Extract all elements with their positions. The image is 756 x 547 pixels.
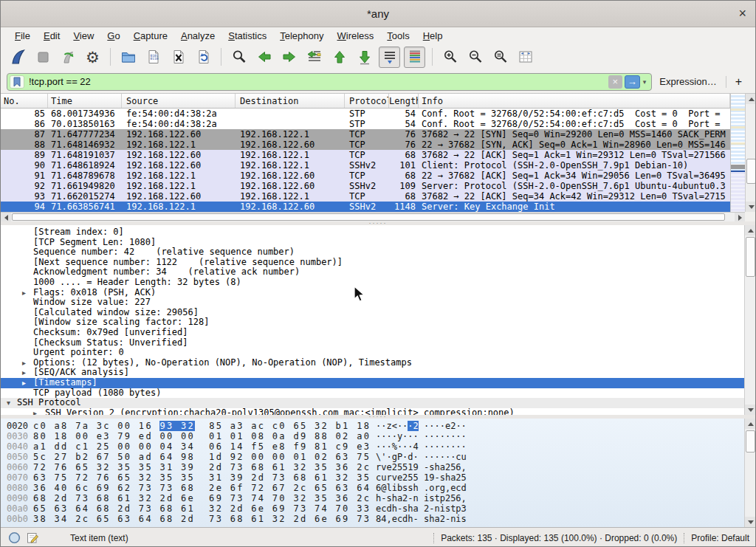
column-header-time[interactable]: Time: [48, 94, 122, 108]
filter-dropdown-icon[interactable]: ▾: [640, 78, 650, 86]
expanded-icon[interactable]: ▾: [7, 398, 10, 408]
packet-row-85[interactable]: 8568.001734936fe:54:00:d4:38:2aSTP54Conf…: [1, 109, 730, 119]
menu-tools[interactable]: Tools: [380, 29, 416, 43]
save-file-icon[interactable]: 01010110: [142, 47, 164, 68]
hex-row[interactable]: 008036 40 6c 69 62 73 73 68 2e 6f 72 67 …: [1, 483, 744, 493]
stop-capture-icon[interactable]: [32, 47, 53, 68]
ascii-text[interactable]: curve255 19-sha25: [376, 472, 467, 483]
open-file-icon[interactable]: [117, 47, 139, 68]
ascii-text[interactable]: ···%···4 ········: [376, 441, 467, 452]
menu-go[interactable]: Go: [100, 29, 126, 43]
menu-help[interactable]: Help: [416, 29, 450, 43]
packet-row-91[interactable]: 9171.648789678192.168.122.1192.168.122.6…: [1, 171, 730, 181]
column-header-source[interactable]: Source: [122, 94, 236, 108]
ascii-text[interactable]: \'·gP·d· ······cu: [376, 452, 467, 462]
zoom-reset-icon[interactable]: [489, 47, 511, 68]
packet-row-86[interactable]: 8670.013850163fe:54:00:d4:38:2aSTP54Conf…: [1, 119, 730, 129]
detail-line[interactable]: Acknowledgment number: 34 (relative ack …: [1, 267, 744, 278]
packet-list-minimap[interactable]: [730, 94, 745, 212]
detail-line[interactable]: [Checksum Status: Unverified]: [1, 338, 744, 348]
find-packet-icon[interactable]: [228, 47, 250, 68]
hex-row[interactable]: 00505c 27 b2 67 50 ad 64 98 1d 92 00 00 …: [1, 452, 744, 462]
menu-capture[interactable]: Capture: [127, 29, 174, 43]
hex-bytes[interactable]: a1 dd c1 25 00 00 04 34 06 14 f5 e8 f9 8…: [33, 441, 371, 452]
menu-file[interactable]: File: [8, 29, 37, 43]
reload-file-icon[interactable]: [193, 47, 214, 68]
resize-columns-icon[interactable]: [515, 47, 536, 68]
hex-row[interactable]: 00b038 34 2c 65 63 64 68 2d 73 68 61 32 …: [1, 514, 744, 524]
auto-scroll-icon[interactable]: [379, 47, 400, 68]
menu-analyze[interactable]: Analyze: [174, 29, 221, 43]
go-first-icon[interactable]: [329, 47, 350, 68]
close-window-icon[interactable]: ×: [738, 5, 746, 21]
column-header-info[interactable]: Info: [419, 94, 730, 108]
scroll-up-icon[interactable]: [746, 94, 756, 104]
go-back-icon[interactable]: [253, 47, 275, 68]
packet-row-89[interactable]: 8971.648191037192.168.122.60192.168.122.…: [1, 150, 730, 160]
detail-line[interactable]: ▸Flags: 0x018 (PSH, ACK): [1, 288, 744, 298]
column-header-protocol[interactable]: Protocol: [345, 94, 389, 108]
detail-line[interactable]: Sequence number: 42 (relative sequence n…: [1, 247, 744, 258]
hex-bytes[interactable]: 36 40 6c 69 62 73 73 68 2e 6f 72 67 2c 6…: [33, 483, 371, 493]
packet-row-92[interactable]: 9271.661949820192.168.122.1192.168.122.6…: [1, 181, 730, 191]
display-filter-input[interactable]: !tcp.port == 22 × → ▾: [7, 73, 652, 91]
ascii-text[interactable]: 6@libssh .org,ecd: [376, 483, 467, 493]
scrollbar-thumb[interactable]: [746, 159, 756, 184]
hex-row[interactable]: 0020c0 a8 7a 3c 00 16 93 32 85 a3 ac c0 …: [1, 421, 744, 431]
profile-label[interactable]: Profile: Default: [691, 533, 749, 543]
packet-row-93[interactable]: 9371.662015274192.168.122.60192.168.122.…: [1, 191, 730, 202]
collapsed-icon[interactable]: ▸: [22, 378, 26, 388]
title-bar[interactable]: *any ×: [1, 1, 755, 27]
detail-line[interactable]: 1000 .... = Header Length: 32 bytes (8): [1, 278, 744, 288]
detail-line[interactable]: [Window size scaling factor: 128]: [1, 317, 744, 328]
scroll-down-icon[interactable]: [746, 202, 756, 212]
detail-line[interactable]: TCP payload (1080 bytes): [1, 388, 744, 399]
scrollbar-thumb[interactable]: [746, 237, 755, 277]
colorize-icon[interactable]: [404, 47, 425, 68]
hex-bytes[interactable]: 80 18 00 e3 79 ed 00 00 01 01 08 0a d9 8…: [33, 431, 371, 441]
capture-comment-icon[interactable]: [27, 531, 39, 544]
hex-bytes[interactable]: c0 a8 7a 3c 00 16 93 32 85 a3 ac c0 65 3…: [33, 421, 371, 431]
filter-apply-icon[interactable]: →: [625, 75, 640, 89]
scroll-down-icon[interactable]: [745, 517, 756, 527]
filter-clear-icon[interactable]: ×: [608, 75, 622, 89]
ascii-text[interactable]: rve25519 -sha256,: [376, 462, 467, 472]
collapsed-icon[interactable]: ▸: [22, 288, 26, 298]
hex-bytes[interactable]: 63 75 72 76 65 32 35 35 31 39 2d 73 68 6…: [33, 472, 371, 483]
hex-bytes[interactable]: 72 76 65 32 35 35 31 39 2d 73 68 61 32 3…: [33, 462, 371, 472]
hex-bytes[interactable]: 5c 27 b2 67 50 ad 64 98 1d 92 00 00 01 0…: [33, 452, 371, 462]
packet-row-87[interactable]: 8771.647777234192.168.122.60192.168.122.…: [1, 129, 730, 140]
expert-info-icon[interactable]: [8, 531, 21, 544]
go-to-packet-icon[interactable]: [303, 47, 325, 68]
capture-options-icon[interactable]: ⚙: [82, 47, 103, 68]
hex-bytes[interactable]: 65 63 64 68 2d 73 68 61 32 2d 6e 69 73 7…: [33, 503, 371, 514]
close-file-icon[interactable]: [168, 47, 189, 68]
hex-bytes[interactable]: 38 34 2c 65 63 64 68 2d 73 68 61 32 2d 6…: [33, 514, 371, 524]
scroll-up-icon[interactable]: [745, 225, 756, 235]
menu-telephony[interactable]: Telephony: [273, 29, 330, 43]
add-filter-button[interactable]: +: [728, 75, 749, 89]
scroll-down-icon[interactable]: [745, 405, 756, 415]
restart-capture-icon[interactable]: [57, 47, 78, 68]
hex-row[interactable]: 009068 2d 73 68 61 32 2d 6e 69 73 74 70 …: [1, 493, 744, 503]
detail-line[interactable]: [Stream index: 0]: [1, 227, 744, 238]
scroll-up-icon[interactable]: [745, 419, 756, 429]
column-header-no[interactable]: No.: [1, 94, 48, 108]
detail-line[interactable]: Urgent pointer: 0: [1, 348, 744, 358]
zoom-out-icon[interactable]: [464, 47, 486, 68]
menu-view[interactable]: View: [66, 29, 100, 43]
column-header-destination[interactable]: Destination: [236, 94, 345, 108]
detail-line[interactable]: Checksum: 0x79ed [unverified]: [1, 328, 744, 338]
zoom-in-icon[interactable]: [439, 47, 461, 68]
go-forward-icon[interactable]: [278, 47, 300, 68]
hex-row[interactable]: 003080 18 00 e3 79 ed 00 00 01 01 08 0a …: [1, 431, 744, 441]
detail-line[interactable]: [Calculated window size: 29056]: [1, 308, 744, 318]
go-last-icon[interactable]: [354, 47, 375, 68]
menu-wireless[interactable]: Wireless: [331, 29, 381, 43]
ascii-text[interactable]: ··z<···2 ····e2··: [376, 421, 467, 431]
start-capture-icon[interactable]: [7, 47, 28, 68]
scrollbar-thumb[interactable]: [746, 430, 755, 453]
column-header-length[interactable]: Length: [389, 94, 419, 108]
hex-row[interactable]: 007063 75 72 76 65 32 35 35 31 39 2d 73 …: [1, 472, 744, 483]
menu-statistics[interactable]: Statistics: [221, 29, 273, 43]
